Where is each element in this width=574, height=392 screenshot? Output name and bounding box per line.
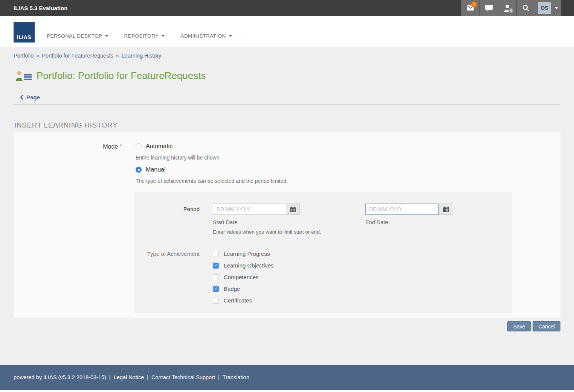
main-header: ILIAS PERSONAL DESKTOP REPOSITORY ADMINI…	[0, 16, 574, 47]
mode-option-automatic: Automatic	[136, 143, 560, 150]
search-button[interactable]	[516, 0, 535, 16]
chevron-down-icon	[105, 35, 108, 37]
chat-icon	[485, 5, 493, 11]
back-to-page-link[interactable]: Page	[20, 94, 40, 100]
cancel-button[interactable]: Cancel	[533, 321, 560, 331]
tab-bar: Page	[14, 94, 560, 105]
contacts-badge: 6	[508, 8, 514, 13]
end-date-calendar-button[interactable]	[440, 204, 453, 215]
main-nav: PERSONAL DESKTOP REPOSITORY ADMINISTRATI…	[47, 33, 232, 39]
start-date-calendar-button[interactable]	[286, 204, 300, 215]
save-button[interactable]: Save	[507, 321, 531, 331]
breadcrumb-separator: »	[36, 53, 39, 59]
portfolio-icon	[15, 71, 32, 81]
mode-row: Mode * Automatic Entire learning history…	[14, 143, 560, 313]
checkbox-competences[interactable]	[213, 274, 219, 280]
start-date-input[interactable]	[213, 204, 286, 215]
required-marker: *	[120, 143, 122, 150]
nav-label: PERSONAL DESKTOP	[47, 33, 102, 39]
nav-repository[interactable]: REPOSITORY	[124, 33, 165, 39]
checkbox-label[interactable]: Learning Progress	[224, 251, 270, 257]
radio-automatic[interactable]	[136, 143, 142, 149]
end-date-group: End Date	[365, 204, 518, 235]
legal-notice-link[interactable]: Legal Notice	[114, 374, 144, 380]
end-date-label: End Date	[365, 219, 518, 225]
calendar-icon	[443, 207, 449, 212]
back-link-label: Page	[26, 94, 40, 100]
type-of-achievement-label: Type of Achievement	[134, 250, 200, 308]
checkbox-badge[interactable]	[213, 286, 219, 292]
footer-separator: |	[218, 374, 220, 380]
contacts-button[interactable]: 6	[498, 0, 516, 16]
nav-label: REPOSITORY	[124, 33, 159, 39]
breadcrumb-separator: »	[116, 53, 119, 59]
breadcrumb: Portfolio»Portfolio for FeatureRequests»…	[0, 47, 574, 59]
avatar: OS	[538, 2, 551, 14]
chevron-down-icon	[554, 7, 558, 9]
radio-manual[interactable]	[136, 167, 142, 173]
section-heading: INSERT LEARNING HISTORY	[14, 121, 560, 129]
bottom-strip	[0, 390, 574, 392]
mode-options: Automatic Entire learning history will b…	[136, 143, 560, 313]
achievement-option: Badge	[213, 285, 512, 293]
insert-learning-history-form: Mode * Automatic Entire learning history…	[14, 132, 560, 318]
mail-badge: 1	[471, 2, 477, 8]
chevron-left-icon	[20, 95, 23, 100]
page-root: ILIAS 5.3 Evaluation 1 6	[0, 0, 574, 392]
calendar-icon	[290, 207, 296, 212]
period-label: Period	[134, 204, 200, 235]
start-date-label: Start Date	[213, 219, 365, 225]
translation-link[interactable]: Translation	[223, 374, 249, 380]
topbar-icon-group: 1 6 OS	[461, 0, 561, 16]
start-date-group: Start Date Enter values when you want to…	[213, 204, 365, 235]
chat-button[interactable]	[479, 0, 498, 16]
page-title: Portfolio: Portfolio for FeatureRequests	[37, 70, 206, 82]
app-title: ILIAS 5.3 Evaluation	[0, 5, 67, 11]
nav-label: ADMINISTRATION	[180, 33, 226, 39]
nav-personal-desktop[interactable]: PERSONAL DESKTOP	[47, 33, 108, 39]
breadcrumb-portfolio[interactable]: Portfolio	[14, 53, 34, 59]
achievement-option: Learning Objectives	[213, 261, 512, 269]
user-menu-button[interactable]: OS	[535, 0, 561, 16]
top-bar: ILIAS 5.3 Evaluation 1 6	[0, 0, 574, 16]
mail-button[interactable]: 1	[461, 0, 479, 16]
checkbox-label[interactable]: Competences	[224, 274, 259, 280]
checkbox-learning-progress[interactable]	[213, 251, 219, 257]
breadcrumb-learning-history[interactable]: Learning History	[122, 53, 162, 59]
mode-option-manual: Manual	[136, 166, 560, 173]
end-date-input[interactable]	[365, 204, 439, 215]
contact-support-link[interactable]: Contact Technical Support	[151, 374, 215, 380]
checkbox-label[interactable]: Learning Objectives	[224, 262, 274, 269]
automatic-description: Entire learning history will be shown	[136, 155, 560, 161]
checkbox-label[interactable]: Badge	[224, 286, 240, 292]
period-row: Period	[134, 204, 512, 235]
achievement-option: Certificates	[213, 296, 512, 304]
content-area: Portfolio»Portfolio for FeatureRequests»…	[0, 47, 574, 365]
footer-separator: |	[147, 374, 148, 380]
achievement-option: Competences	[213, 273, 512, 281]
checkbox-label[interactable]: Certificates	[224, 297, 252, 304]
mode-label: Mode *	[14, 143, 122, 313]
footer-separator: |	[109, 374, 111, 380]
radio-manual-label[interactable]: Manual	[146, 166, 165, 173]
nav-administration[interactable]: ADMINISTRATION	[180, 33, 232, 39]
period-help-text: Enter values when you want to limit star…	[213, 229, 365, 235]
breadcrumb-portfolio-featurerequests[interactable]: Portfolio for FeatureRequests	[42, 53, 113, 59]
achievement-options: Learning Progress Learning Objectives Co…	[213, 250, 512, 308]
checkbox-learning-objectives[interactable]	[213, 263, 219, 269]
radio-automatic-label[interactable]: Automatic	[146, 143, 173, 150]
search-icon	[522, 5, 529, 11]
achievement-option: Learning Progress	[213, 250, 512, 258]
manual-description: The type of achievements can be selected…	[136, 178, 560, 184]
type-of-achievement-row: Type of Achievement Learning Progress Le…	[134, 250, 512, 308]
manual-settings-subpanel: Period	[134, 192, 512, 313]
powered-by-link[interactable]: powered by ILIAS (v5.3.2 2018-03-15)	[14, 374, 106, 380]
form-actions: Save Cancel	[0, 321, 560, 331]
logo-text: ILIAS	[17, 34, 31, 40]
page-title-row: Portfolio: Portfolio for FeatureRequests	[15, 70, 560, 82]
period-controls: Start Date Enter values when you want to…	[213, 204, 518, 235]
ilias-logo[interactable]: ILIAS	[14, 22, 35, 43]
checkbox-certificates[interactable]	[213, 298, 219, 304]
chevron-down-icon	[162, 35, 165, 37]
footer: powered by ILIAS (v5.3.2 2018-03-15)|Leg…	[0, 365, 574, 390]
